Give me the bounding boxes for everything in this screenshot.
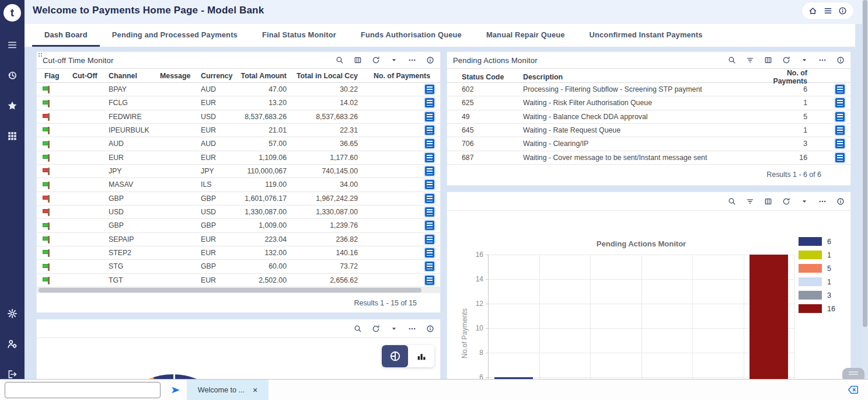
app-logo[interactable]: t [4,4,21,22]
cutoff-table-row[interactable]: GBPGBP1,009.001,239.76 [37,219,440,232]
gridline [539,255,540,379]
cutoff-table-row[interactable]: IPEURBULKEUR21.0122.31 [37,124,440,137]
user-admin-icon[interactable] [7,339,18,349]
backspace-icon[interactable] [848,385,859,395]
bar-chart-icon [416,350,427,362]
apps-icon[interactable] [7,131,18,141]
cutoff-table-row[interactable]: BPAYAUD47.0030.22 [37,83,440,96]
pie-view-button[interactable] [382,345,408,367]
hscrollbar-thumb[interactable] [39,288,421,293]
pending-table-row[interactable]: 687Waiting - Cover message to be sent/In… [447,151,850,165]
search-icon[interactable] [354,325,362,333]
caret-down-icon[interactable] [800,56,808,64]
page-scrollbar-thumb[interactable] [863,0,867,327]
search-icon[interactable] [336,56,344,64]
payments-list-icon[interactable] [835,139,845,148]
pending-table-row[interactable]: 602Processing - Filtering Subflow - Scre… [447,83,850,96]
payments-list-icon[interactable] [425,207,434,217]
star-icon[interactable] [7,100,18,111]
header-actions [802,2,853,19]
search-icon[interactable] [728,56,736,64]
menu-icon[interactable] [824,6,832,15]
cutoff-table-row[interactable]: USDUSD1,330,087.001,330,087.00 [37,206,440,219]
command-input[interactable] [5,382,161,398]
pending-table-row[interactable]: 645Waiting - Rate Request Queue1 [447,124,850,137]
payments-list-icon[interactable] [425,221,434,230]
taskbar-tab-welcome[interactable]: Welcome to ... × [187,380,269,400]
ellipsis-icon[interactable] [818,56,827,64]
payments-list-icon[interactable] [425,85,434,94]
settings-icon[interactable] [7,308,18,319]
pending-table-row[interactable]: 49Waiting - Balance Check DDA approval5 [447,110,850,124]
payments-list-icon[interactable] [835,98,845,107]
channel-cell: FCLG [100,99,151,107]
pending-table-row[interactable]: 706Waiting - Clearing/IP3 [447,137,850,151]
caret-down-icon[interactable] [390,56,398,64]
payments-list-icon[interactable] [835,126,845,135]
logout-icon[interactable] [7,369,18,380]
payments-list-icon[interactable] [425,235,434,244]
payments-list-icon[interactable] [425,194,434,203]
cutoff-table-row[interactable]: TGTEUR2,502.002,656.62 [37,274,440,287]
payments-list-icon[interactable] [425,262,434,271]
cutoff-table-row[interactable]: FEDWIREUSD8,537,683.268,537,683.26 [37,110,440,124]
bar-view-button[interactable] [408,345,434,367]
cutoff-table-row[interactable]: AUDAUD57.0036.65 [37,137,440,151]
payments-list-icon[interactable] [425,98,434,107]
columns-icon[interactable] [354,56,362,64]
payments-list-icon[interactable] [425,126,434,135]
payments-list-icon[interactable] [425,166,434,176]
cutoff-table-row[interactable]: STGGBP60.0073.72 [37,260,440,273]
tab-unconfirmed-instant-payments[interactable]: Unconfirmed Instant Payments [577,24,715,47]
total-local-cell: 73.72 [291,262,362,270]
cutoff-table-row[interactable]: MASAVILS119.0034.00 [37,178,440,192]
tab-pending-and-processed-payments[interactable]: Pending and Processed Payments [100,24,250,47]
payments-list-icon[interactable] [425,276,434,285]
refresh-icon[interactable] [782,56,790,64]
cutoff-table-row[interactable]: STEP2EUR132.00140.16 [37,246,440,260]
payments-list-icon[interactable] [425,153,434,162]
history-icon[interactable] [7,70,18,81]
header: Welcome to Payments Home Page - Model Ba… [25,0,868,24]
cutoff-table-row[interactable]: GBPGBP1,601,076.171,967,242.29 [37,192,440,206]
ellipsis-icon[interactable] [408,325,416,333]
cutoff-table-row[interactable]: EUREUR1,109.061,177.60 [37,151,440,165]
cutoff-table-row[interactable]: JPYJPY110,000,067740,145.00 [37,165,440,178]
ellipsis-icon[interactable] [408,56,416,64]
payments-list-icon[interactable] [835,153,845,162]
total-local-cell: 22.31 [291,126,362,134]
payments-list-icon[interactable] [835,85,845,94]
payments-list-icon[interactable] [425,112,434,121]
caret-down-icon[interactable] [390,325,398,333]
info-icon[interactable] [836,56,845,64]
column-header: Total in Local Ccy [291,72,362,80]
tab-dash-board[interactable]: Dash Board [32,24,100,47]
scroll-grip[interactable] [842,368,864,379]
columns-icon[interactable] [764,56,772,64]
currency-cell: JPY [192,167,228,175]
info-icon[interactable] [426,56,434,64]
column-header: Message [151,72,192,80]
payments-list-icon[interactable] [425,180,434,189]
payments-list-icon[interactable] [835,112,845,121]
payments-list-icon[interactable] [425,248,434,258]
tab-funds-authorisation-queue[interactable]: Funds Authorisation Queue [348,24,474,47]
pending-table-row[interactable]: 625Waiting - Risk Filter Authorisation Q… [447,96,850,110]
close-icon[interactable]: × [253,386,257,394]
cutoff-table-row[interactable]: SEPAIPEUR223.04236.82 [37,233,440,246]
send-icon[interactable] [170,385,181,395]
tab-final-status-monitor[interactable]: Final Status Monitor [250,24,348,47]
filter-icon[interactable] [746,56,754,64]
tab-manual-repair-queue[interactable]: Manual Repair Queue [474,24,577,47]
payments-list-icon[interactable] [425,139,434,148]
home-icon[interactable] [808,6,817,15]
menu-icon[interactable] [7,40,18,50]
status-code-cell: 625 [447,99,508,107]
refresh-icon[interactable] [372,325,380,333]
channel-cell: FEDWIRE [100,113,151,121]
info-icon[interactable] [426,325,434,333]
refresh-icon[interactable] [372,56,380,64]
info-icon[interactable] [838,6,847,15]
total-amount-cell: 223.04 [228,235,291,244]
cutoff-table-row[interactable]: FCLGEUR13.2014.02 [37,96,440,110]
